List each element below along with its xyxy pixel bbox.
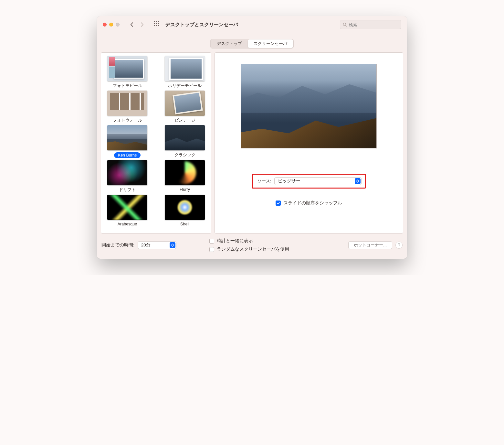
thumbnail (165, 56, 205, 81)
random-row: ランダムなスクリーンセーバを使用 (209, 246, 289, 252)
zoom-window-icon (116, 23, 120, 27)
help-button[interactable]: ? (395, 242, 403, 249)
screensaver-item-ken-burns[interactable]: Ken Burns (103, 125, 152, 158)
screensaver-label: Ken Burns (114, 152, 141, 158)
search-icon (343, 22, 347, 27)
chevron-updown-icon (170, 242, 175, 248)
shuffle-label: スライドの順序をシャッフル (283, 200, 342, 206)
bottom-bar: 開始までの時間: 20分 時計と一緒に表示 ランダムなスクリーンセーバを使用 ホ… (97, 235, 407, 259)
thumbnail (107, 125, 147, 150)
screensaver-item-photo-wall[interactable]: フォトウォール (103, 91, 152, 123)
screensaver-label: Shell (180, 222, 189, 226)
screensaver-label: Arabesque (118, 222, 137, 226)
screensaver-item-shell[interactable]: Shell (161, 195, 209, 226)
svg-rect-7 (156, 25, 157, 26)
svg-rect-0 (154, 21, 155, 22)
tab-bar: デスクトップ スクリーンセーバ (97, 33, 407, 49)
thumbnail (165, 160, 205, 185)
thumbnail (107, 195, 147, 220)
screensaver-item-photo-mobile[interactable]: フォトモビール (103, 56, 152, 89)
screensaver-item-vintage[interactable]: ビンテージ (161, 91, 209, 123)
screensaver-list[interactable]: フォトモビール ホリデーモビール フォトウォール ビンテージ Ken Burns (101, 52, 211, 233)
svg-rect-6 (154, 25, 155, 26)
tab-screensaver[interactable]: スクリーンセーバ (248, 39, 293, 48)
screensaver-label: ドリフト (119, 187, 136, 193)
source-label: ソース: (257, 178, 271, 184)
screensaver-label: フォトモビール (113, 83, 142, 89)
close-window-icon[interactable] (103, 23, 107, 27)
svg-line-10 (345, 25, 346, 26)
thumbnail (165, 125, 205, 150)
svg-rect-8 (158, 25, 159, 26)
screensaver-label: フォトウォール (113, 118, 142, 123)
minimize-window-icon[interactable] (109, 23, 113, 27)
screensaver-label: ホリデーモビール (168, 83, 202, 89)
bottom-right: ホットコーナー... ? (348, 241, 403, 249)
screensaver-label: ビンテージ (174, 118, 195, 123)
chevron-updown-icon (355, 178, 361, 184)
thumbnail (107, 56, 147, 81)
show-clock-checkbox[interactable] (209, 239, 214, 244)
thumbnail (165, 195, 205, 220)
screensaver-item-arabesque[interactable]: Arabesque (103, 195, 152, 226)
check-icon (277, 201, 280, 205)
preferences-window: デスクトップとスクリーンセーバ デスクトップ スクリーンセーバ フォトモビール … (97, 16, 407, 259)
screensaver-preview (241, 64, 377, 148)
nav-buttons (127, 20, 147, 29)
bottom-options: 時計と一緒に表示 ランダムなスクリーンセーバを使用 (209, 238, 289, 252)
start-after-label: 開始までの時間: (101, 242, 134, 248)
thumbnail (107, 160, 147, 185)
random-label: ランダムなスクリーンセーバを使用 (217, 246, 289, 252)
source-select[interactable]: ビッグサー (274, 177, 362, 185)
source-value: ビッグサー (278, 178, 300, 184)
screensaver-item-holiday-mobile[interactable]: ホリデーモビール (161, 56, 209, 89)
back-button[interactable] (127, 20, 136, 29)
screensaver-label: クラシック (174, 152, 195, 158)
svg-rect-2 (158, 21, 159, 22)
screensaver-item-flurry[interactable]: Flurry (161, 160, 209, 193)
start-after-select[interactable]: 20分 (138, 241, 176, 249)
thumbnail (165, 91, 205, 116)
screensaver-label: Flurry (180, 187, 190, 192)
svg-rect-4 (156, 23, 157, 24)
hot-corners-button[interactable]: ホットコーナー... (348, 241, 392, 249)
titlebar: デスクトップとスクリーンセーバ (97, 16, 407, 33)
shuffle-row: スライドの順序をシャッフル (276, 200, 342, 206)
start-after-control: 開始までの時間: 20分 (101, 241, 176, 249)
show-clock-label: 時計と一緒に表示 (217, 238, 253, 244)
screensaver-item-classic[interactable]: クラシック (161, 125, 209, 158)
svg-rect-1 (156, 21, 157, 22)
tab-desktop[interactable]: デスクトップ (211, 39, 248, 48)
show-clock-row: 時計と一緒に表示 (209, 238, 289, 244)
random-checkbox[interactable] (209, 247, 214, 252)
content: フォトモビール ホリデーモビール フォトウォール ビンテージ Ken Burns (97, 49, 407, 235)
shuffle-checkbox[interactable] (276, 201, 281, 206)
start-after-value: 20分 (141, 242, 151, 248)
traffic-lights (103, 23, 120, 27)
svg-rect-5 (158, 23, 159, 24)
svg-rect-3 (154, 23, 155, 24)
preview-panel: ソース: ビッグサー スライドの順序をシャッフル (215, 52, 403, 233)
forward-button (138, 20, 147, 29)
thumbnail (107, 91, 147, 116)
source-row: ソース: ビッグサー (252, 174, 366, 189)
window-title: デスクトップとスクリーンセーバ (165, 22, 238, 28)
search-field[interactable] (340, 20, 401, 29)
screensaver-item-drift[interactable]: ドリフト (103, 160, 152, 193)
search-input[interactable] (349, 22, 399, 27)
show-all-icon[interactable] (154, 21, 160, 28)
